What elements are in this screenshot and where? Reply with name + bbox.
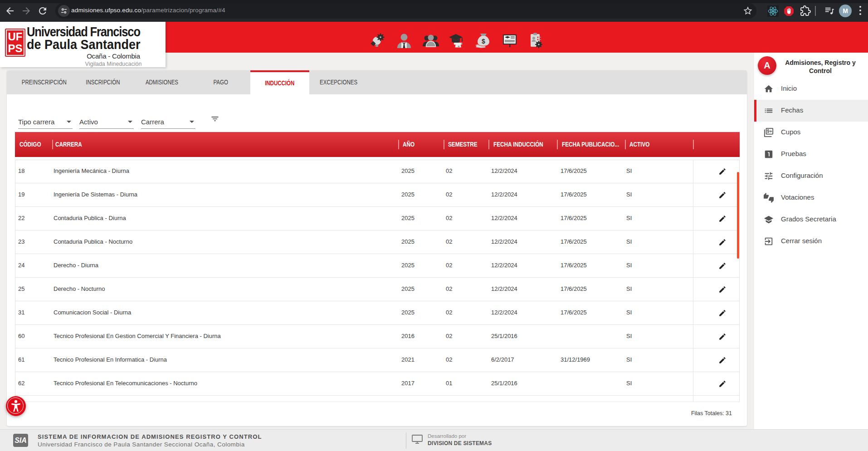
svg-text:UF: UF — [8, 30, 23, 43]
svg-text:9+: 9+ — [767, 129, 772, 134]
svg-text:PS: PS — [8, 42, 22, 54]
svg-text:$: $ — [482, 38, 485, 45]
